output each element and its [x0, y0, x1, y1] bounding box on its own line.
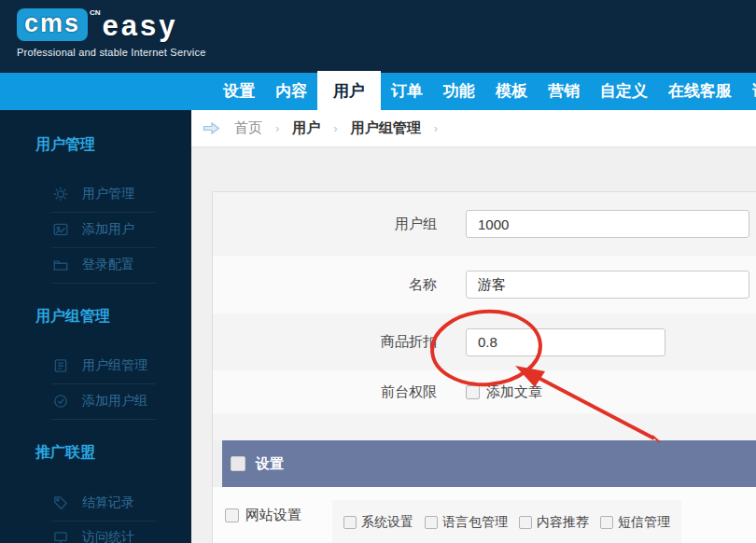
sidebar-item-add-user[interactable]: 添加用户 [51, 219, 191, 240]
website-settings-row: 网站设置 系统设置 语言包管理 内容推荐 短信管理 [213, 487, 756, 543]
sidebar-item-label: 结算记录 [82, 494, 134, 511]
language-pack-checkbox[interactable] [425, 516, 438, 529]
usergroup-field-label: 用户组 [213, 216, 437, 233]
language-pack-label: 语言包管理 [442, 514, 508, 531]
logo-easy-text: easy [103, 8, 178, 40]
sidebar-item-label: 登录配置 [82, 257, 134, 273]
nav-tab-forum[interactable]: 论坛 [742, 73, 756, 110]
website-settings-options: 系统设置 语言包管理 内容推荐 短信管理 [332, 500, 681, 543]
file-icon [51, 356, 70, 375]
nav-tab-settings[interactable]: 设置 [213, 73, 265, 110]
frontend-permission-label: 前台权限 [213, 383, 437, 401]
breadcrumb-home[interactable]: 首页 [234, 119, 262, 137]
usergroup-edit-form: 用户组 名称 商品折扣 前台权限 添加文章 设置 网站设置 [212, 191, 756, 543]
form-row-discount: 商品折扣 [213, 313, 756, 370]
breadcrumb-users[interactable]: 用户 [292, 119, 320, 137]
sidebar-item-usergroup-management[interactable]: 用户组管理 [51, 355, 191, 376]
name-field-label: 名称 [213, 276, 437, 294]
nav-tab-online-service[interactable]: 在线客服 [658, 73, 742, 110]
nav-tab-marketing[interactable]: 营销 [538, 73, 590, 110]
breadcrumb-separator: › [434, 121, 438, 135]
sidebar-section-affiliate: 推广联盟 [35, 445, 191, 460]
website-settings-label: 网站设置 [245, 507, 301, 524]
system-settings-label: 系统设置 [361, 514, 413, 531]
discount-field-label: 商品折扣 [213, 333, 437, 351]
breadcrumb-arrow-icon [202, 120, 221, 136]
website-settings-checkbox[interactable] [225, 508, 239, 522]
sidebar-item-label: 添加用户 [82, 221, 134, 238]
option-content-recommend: 内容推荐 [519, 514, 589, 531]
logo-tagline: Professional and stable Internet Service [17, 47, 205, 58]
sidebar-item-visit-stats[interactable]: 访问统计 [51, 527, 191, 543]
sms-management-checkbox[interactable] [600, 516, 613, 529]
content-recommend-label: 内容推荐 [537, 514, 589, 531]
sidebar-item-add-usergroup[interactable]: 添加用户组 [51, 391, 191, 411]
settings-section-bar: 设置 [222, 440, 756, 487]
breadcrumb-separator: › [275, 121, 279, 135]
sidebar-item-label: 用户组管理 [82, 357, 147, 374]
discount-input[interactable] [466, 328, 665, 356]
sidebar-item-label: 用户管理 [82, 186, 134, 202]
nav-tab-features[interactable]: 功能 [433, 73, 485, 110]
add-article-checkbox-label: 添加文章 [486, 383, 542, 401]
logo-cn-superscript: CN [90, 8, 101, 17]
nav-tab-orders[interactable]: 订单 [381, 73, 433, 110]
main-navbar: 设置 内容 用户 订单 功能 模板 营销 自定义 在线客服 论坛 [0, 73, 756, 110]
name-input[interactable] [466, 271, 749, 299]
option-sms-management: 短信管理 [600, 514, 670, 531]
nav-tab-content[interactable]: 内容 [265, 73, 317, 110]
sidebar: 用户管理 用户管理 添加用户 [0, 110, 191, 543]
breadcrumb-usergroup-management[interactable]: 用户组管理 [351, 119, 421, 137]
sidebar-item-label: 添加用户组 [82, 393, 147, 410]
breadcrumb-separator: › [333, 121, 337, 135]
form-row-usergroup: 用户组 [213, 192, 756, 256]
nav-tab-users[interactable]: 用户 [317, 71, 381, 110]
tag-icon [51, 494, 70, 512]
picture-icon [51, 220, 70, 239]
sidebar-item-label: 访问统计 [82, 529, 134, 543]
nav-tab-templates[interactable]: 模板 [485, 73, 538, 110]
nav-tab-custom[interactable]: 自定义 [590, 73, 658, 110]
cmseasy-admin-page: cms CN easy Professional and stable Inte… [0, 0, 756, 543]
sidebar-section-user-management: 用户管理 [35, 110, 191, 152]
monitor-icon [51, 528, 70, 543]
sidebar-item-login-config[interactable]: 登录配置 [51, 255, 191, 275]
form-spacer [213, 413, 756, 440]
sidebar-section-usergroup-management: 用户组管理 [35, 309, 191, 324]
form-row-frontend-permission: 前台权限 添加文章 [213, 370, 756, 413]
check-circle-icon [51, 392, 70, 411]
sms-management-label: 短信管理 [618, 514, 670, 531]
form-row-name: 名称 [213, 256, 756, 313]
cmseasy-logo[interactable]: cms CN easy Professional and stable Inte… [17, 8, 205, 58]
add-article-checkbox[interactable] [466, 385, 480, 399]
gear-icon [51, 185, 70, 203]
settings-section-title: 设置 [256, 455, 284, 473]
system-settings-checkbox[interactable] [343, 516, 357, 529]
sidebar-item-user-management[interactable]: 用户管理 [51, 184, 191, 204]
top-header: cms CN easy Professional and stable Inte… [0, 0, 756, 73]
sidebar-item-settlement-records[interactable]: 结算记录 [51, 493, 191, 513]
option-language-pack: 语言包管理 [425, 514, 508, 531]
settings-select-all-checkbox[interactable] [231, 456, 245, 471]
breadcrumb: 首页 › 用户 › 用户组管理 › [191, 110, 756, 147]
logo-cms-box: cms [17, 8, 88, 41]
option-system-settings: 系统设置 [343, 514, 413, 531]
content-recommend-checkbox[interactable] [519, 516, 532, 529]
folder-icon [51, 256, 70, 274]
usergroup-input[interactable] [466, 210, 749, 238]
